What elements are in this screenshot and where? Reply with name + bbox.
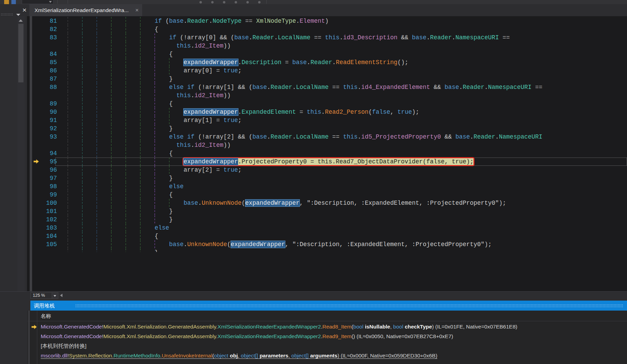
line-number: 99 <box>33 191 57 199</box>
code-line[interactable]: 99{ <box>0 191 627 199</box>
debug-toolbar-icon[interactable] <box>235 1 237 3</box>
code-text: { <box>68 100 173 108</box>
code-line[interactable]: 85expandedWrapper.Description = base.Rea… <box>0 58 627 67</box>
callstack-panel: 名称 Microsoft.GeneratedCode!Microsoft.Xml… <box>28 311 627 364</box>
line-number: 92 <box>33 124 57 133</box>
code-line[interactable]: 103else <box>0 224 627 232</box>
code-text: base.UnknownNode(expandedWrapper, ":Desc… <box>68 199 506 207</box>
line-number: 91 <box>33 116 57 124</box>
blue-tool-icon[interactable] <box>11 0 16 4</box>
code-line[interactable]: 105base.UnknownNode(expandedWrapper, ":D… <box>0 240 627 249</box>
line-number: 97 <box>33 174 57 182</box>
line-number: 83 <box>33 33 57 42</box>
window-close-icon[interactable]: × <box>21 5 28 15</box>
toolbar-combobox[interactable] <box>22 0 53 4</box>
scroll-left-arrow-icon[interactable] <box>60 294 62 297</box>
code-text-area[interactable]: 81if (base.Reader.NodeType == XmlNodeTyp… <box>0 17 627 252</box>
code-line[interactable]: 97} <box>0 174 627 182</box>
line-number: 87 <box>33 75 57 83</box>
stack-frame-text: mscorlib.dll!System.Reflection.RuntimeMe… <box>41 351 437 361</box>
code-line[interactable]: 88else if (!array[1] && (base.Reader.Loc… <box>0 83 627 91</box>
zoom-dropdown-button[interactable] <box>52 292 58 299</box>
code-line[interactable]: 84{ <box>0 50 627 58</box>
code-text: else if (!array[2] && (base.Reader.Local… <box>68 133 542 141</box>
orange-tool-icon[interactable] <box>4 0 9 4</box>
editor-bottom-strip: 125 % <box>0 291 627 299</box>
code-line[interactable]: this.id2_Item)) <box>0 141 627 149</box>
line-number: 96 <box>33 166 57 174</box>
code-line[interactable]: 102} <box>0 215 627 224</box>
stack-frame-row[interactable]: mscorlib.dll!System.Reflection.RuntimeMe… <box>28 351 627 361</box>
callstack-column-header[interactable]: 名称 <box>28 311 627 321</box>
toolbar-separator <box>68 0 68 4</box>
document-tab-title: XmlSerializationReaderExpandedWra... <box>29 7 129 13</box>
code-line[interactable]: 104{ <box>0 232 627 240</box>
code-line[interactable]: 91array[1] = true; <box>0 116 627 124</box>
code-line[interactable]: 95expandedWrapper.ProjectedProperty0 = t… <box>0 158 627 166</box>
code-line[interactable]: 83if (!array[0] && (base.Reader.LocalNam… <box>0 33 627 42</box>
code-text: { <box>68 191 173 199</box>
debug-toolbar-icon[interactable] <box>258 1 261 3</box>
code-line[interactable]: this.id2_Item)) <box>0 91 627 100</box>
code-text: expandedWrapper.ExpandedElement = this.R… <box>68 108 419 116</box>
line-number: 103 <box>33 224 57 232</box>
code-text: } <box>68 207 173 215</box>
code-line[interactable]: 82{ <box>0 25 627 33</box>
line-number: 105 <box>33 240 57 249</box>
line-number: 101 <box>33 207 57 215</box>
line-number: 104 <box>33 232 57 240</box>
code-line[interactable]: 92} <box>0 124 627 133</box>
stack-frame-row[interactable]: [本机到托管的转换] <box>28 341 627 351</box>
code-text: array[0] = true; <box>68 67 242 75</box>
code-line[interactable]: 93else if (!array[2] && (base.Reader.Loc… <box>0 133 627 141</box>
debug-toolbar-icon[interactable] <box>199 1 202 3</box>
line-number: 86 <box>33 67 57 75</box>
code-text: base.UnknownNode(expandedWrapper, ":Desc… <box>68 240 492 249</box>
stack-frame-text: Microsoft.GeneratedCode!Microsoft.Xml.Se… <box>41 322 517 332</box>
code-line[interactable]: 96array[2] = true; <box>0 166 627 174</box>
code-line[interactable]: this.id2_Item)) <box>0 42 627 50</box>
line-number: 102 <box>33 215 57 224</box>
code-line[interactable]: 100base.UnknownNode(expandedWrapper, ":D… <box>0 199 627 207</box>
callstack-title: 调用堆栈 <box>34 301 55 311</box>
code-line[interactable]: } <box>0 249 627 252</box>
code-text: if (base.Reader.NodeType == XmlNodeType.… <box>68 17 329 25</box>
code-line[interactable]: 81if (base.Reader.NodeType == XmlNodeTyp… <box>0 17 627 25</box>
tab-close-icon[interactable]: × <box>135 7 139 14</box>
callstack-rows: Microsoft.GeneratedCode!Microsoft.Xml.Se… <box>28 322 627 361</box>
document-tab[interactable]: XmlSerializationReaderExpandedWra... × <box>29 4 142 16</box>
callstack-titlebar[interactable]: 调用堆栈 <box>30 301 627 311</box>
code-text: { <box>68 25 158 33</box>
line-number: 100 <box>33 199 57 207</box>
code-text: } <box>68 124 173 133</box>
code-text: { <box>68 50 173 58</box>
code-line[interactable]: 89{ <box>0 100 627 108</box>
window-dropdown-caret-icon[interactable] <box>16 14 20 16</box>
stack-frame-row[interactable]: Microsoft.GeneratedCode!Microsoft.Xml.Se… <box>28 322 627 332</box>
debug-toolbar-icon[interactable] <box>211 1 214 3</box>
line-number: 88 <box>33 83 57 91</box>
code-line[interactable]: 87} <box>0 75 627 83</box>
code-text: else <box>68 224 169 232</box>
code-line[interactable]: 90expandedWrapper.ExpandedElement = this… <box>0 108 627 116</box>
code-line[interactable]: 101} <box>0 207 627 215</box>
titlebar-grip-dots <box>75 304 623 307</box>
line-number: 82 <box>33 25 57 33</box>
code-line[interactable]: 94{ <box>0 149 627 158</box>
code-text: expandedWrapper.Description = base.Reade… <box>68 58 408 67</box>
code-line[interactable]: 86array[0] = true; <box>0 67 627 75</box>
stack-frame-text: [本机到托管的转换] <box>41 341 87 351</box>
code-text: } <box>68 75 173 83</box>
code-text: array[2] = true; <box>68 166 242 174</box>
debug-toolbar-icon[interactable] <box>246 1 249 3</box>
line-number: 95 <box>33 158 57 166</box>
code-text: } <box>68 174 173 182</box>
toolbar-strip <box>0 0 627 4</box>
code-editor[interactable]: 81if (base.Reader.NodeType == XmlNodeTyp… <box>0 16 627 291</box>
stack-frame-row[interactable]: Microsoft.GeneratedCode!Microsoft.Xml.Se… <box>28 332 627 341</box>
editor-zoom-control[interactable]: 125 % <box>30 292 53 299</box>
line-number: 93 <box>33 133 57 141</box>
debug-toolbar-icon[interactable] <box>223 1 225 3</box>
current-statement-highlight: .ProjectedProperty0 = this.Read7_ObjectD… <box>238 158 474 165</box>
code-line[interactable]: 98else <box>0 182 627 191</box>
